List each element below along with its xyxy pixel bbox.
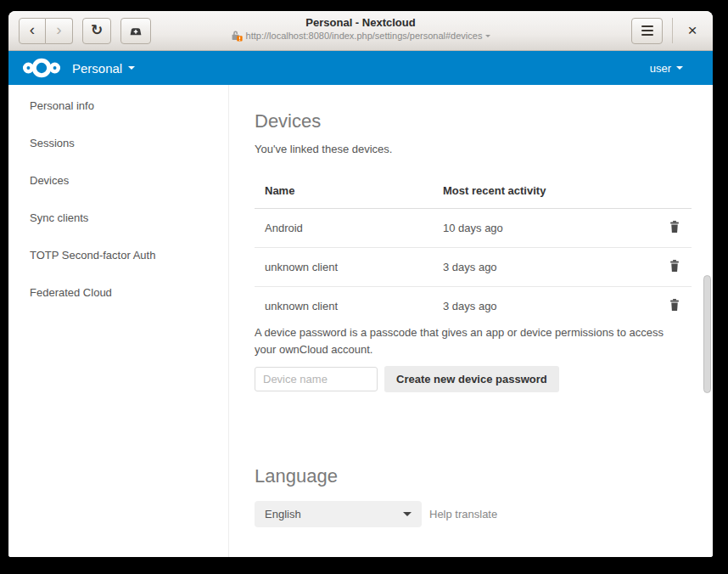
device-activity: 3 days ago	[433, 287, 630, 324]
language-select[interactable]: English	[255, 501, 422, 527]
trash-icon	[668, 298, 681, 312]
column-header-name: Name	[255, 177, 433, 209]
user-menu-label: user	[650, 62, 671, 75]
apps-title: Get the apps to sync your files	[255, 554, 713, 557]
language-selected-value: English	[265, 508, 301, 521]
back-icon: ‹	[30, 21, 35, 40]
scrollbar-thumb[interactable]	[703, 275, 711, 393]
devices-table: Name Most recent activity Android 10 day…	[255, 177, 692, 323]
user-menu[interactable]: user	[650, 62, 700, 75]
devices-title: Devices	[255, 110, 713, 132]
titlebar-right: ×	[631, 18, 703, 44]
table-row: unknown client 3 days ago	[255, 248, 692, 287]
trash-icon	[668, 259, 681, 273]
sidebar-item-federated-cloud[interactable]: Federated Cloud	[8, 274, 228, 312]
language-title: Language	[255, 465, 713, 487]
apps-section: Get the apps to sync your files	[255, 554, 713, 557]
reload-button[interactable]: ↻	[82, 18, 111, 44]
device-name: unknown client	[255, 287, 433, 324]
chevron-down-icon	[128, 66, 135, 70]
device-name-input[interactable]	[255, 367, 378, 391]
language-section: Language English Help translate	[255, 465, 713, 527]
device-activity: 10 days ago	[433, 209, 630, 248]
settings-sidebar: Personal info Sessions Devices Sync clie…	[8, 85, 229, 557]
device-name: unknown client	[255, 248, 433, 287]
device-activity: 3 days ago	[433, 248, 630, 287]
delete-device-button[interactable]	[668, 298, 681, 312]
titlebar-divider	[672, 18, 673, 43]
url-dropdown-icon[interactable]	[485, 35, 490, 37]
nextcloud-header: Personal user	[8, 51, 713, 85]
devices-section: Devices You've linked these devices. Nam…	[255, 110, 713, 392]
device-name: Android	[255, 209, 433, 248]
trash-icon	[668, 220, 681, 234]
window-title: Personal - Nextcloud	[182, 15, 539, 30]
url-bar[interactable]: http://localhost:8080/index.php/settings…	[182, 30, 539, 42]
hamburger-icon	[641, 25, 653, 36]
nextcloud-logo[interactable]	[21, 55, 62, 81]
sidebar-item-personal-info[interactable]: Personal info	[8, 87, 228, 125]
new-tab-button[interactable]	[120, 18, 151, 44]
table-header-row: Name Most recent activity	[255, 177, 692, 209]
table-row: unknown client 3 days ago	[255, 287, 692, 324]
chevron-down-icon	[403, 512, 412, 516]
chevron-down-icon	[676, 66, 683, 70]
close-window-button[interactable]: ×	[682, 18, 703, 43]
create-device-password-button[interactable]: Create new device password	[384, 366, 559, 392]
help-translate-link[interactable]: Help translate	[429, 508, 497, 521]
back-button[interactable]: ‹	[19, 18, 46, 44]
table-row: Android 10 days ago	[255, 209, 692, 248]
insecure-lock-icon	[231, 30, 243, 42]
sidebar-item-devices[interactable]: Devices	[8, 162, 228, 200]
app-menu-button[interactable]	[631, 18, 663, 44]
forward-icon: ›	[56, 21, 61, 40]
devices-subtitle: You've linked these devices.	[255, 143, 713, 155]
column-header-activity: Most recent activity	[433, 177, 630, 209]
settings-main: Personal info Sessions Devices Sync clie…	[8, 85, 713, 557]
app-navigation-label: Personal	[72, 61, 122, 76]
titlebar-center: Personal - Nextcloud http://localhost:80…	[182, 15, 539, 42]
app-navigation-menu[interactable]: Personal	[72, 61, 135, 76]
device-password-form: Create new device password	[255, 366, 713, 392]
browser-titlebar: ‹ › ↻ Personal - Nextcloud	[8, 11, 713, 51]
column-header-actions	[630, 177, 692, 209]
browser-window: ‹ › ↻ Personal - Nextcloud	[8, 11, 713, 557]
new-tab-icon	[128, 24, 143, 37]
forward-button[interactable]: ›	[46, 18, 73, 44]
sidebar-item-sessions[interactable]: Sessions	[8, 125, 228, 162]
device-password-hint: A device password is a passcode that giv…	[255, 324, 677, 358]
settings-content: Devices You've linked these devices. Nam…	[229, 85, 713, 557]
reload-icon: ↻	[91, 21, 103, 40]
delete-device-button[interactable]	[668, 259, 681, 273]
delete-device-button[interactable]	[668, 220, 681, 234]
url-text: http://localhost:8080/index.php/settings…	[246, 30, 483, 42]
sidebar-item-totp[interactable]: TOTP Second-factor Auth	[8, 237, 228, 274]
sidebar-item-sync-clients[interactable]: Sync clients	[8, 200, 228, 237]
close-icon: ×	[687, 21, 697, 40]
nav-button-group: ‹ ›	[19, 18, 73, 44]
